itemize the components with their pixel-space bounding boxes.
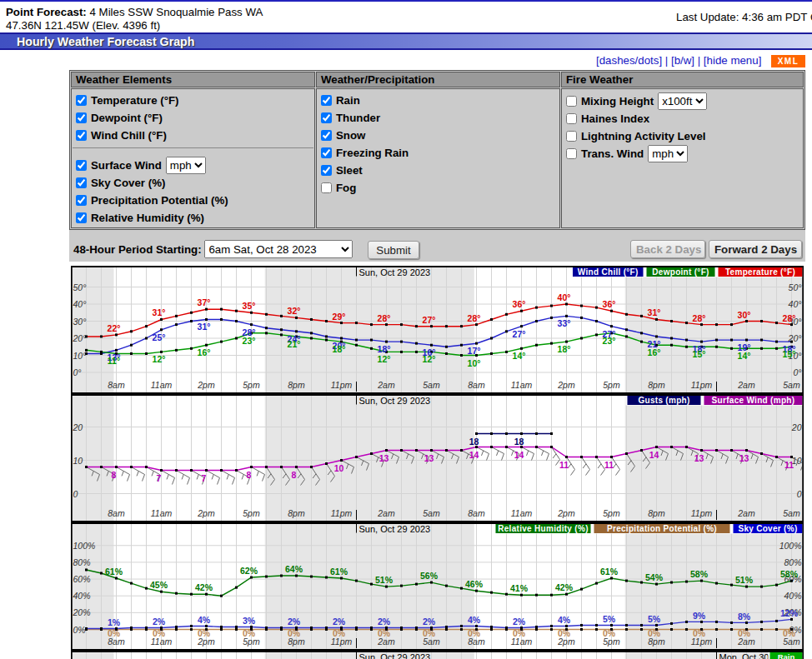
svg-text:32°: 32° (288, 306, 301, 316)
svg-text:30°: 30° (738, 310, 751, 320)
svg-text:16°: 16° (198, 347, 211, 357)
svg-text:5%: 5% (603, 614, 616, 624)
svg-text:30°: 30° (73, 317, 87, 327)
svg-text:28°: 28° (468, 313, 481, 323)
svg-text:46%: 46% (465, 579, 484, 589)
svg-text:14: 14 (469, 450, 479, 460)
svg-text:9%: 9% (693, 611, 706, 621)
svg-text:18°: 18° (333, 344, 346, 354)
svg-text:18°: 18° (378, 344, 391, 354)
svg-text:16°: 16° (648, 347, 661, 357)
svg-text:Surface Wind (mph): Surface Wind (mph) (712, 396, 795, 405)
svg-text:14: 14 (649, 450, 659, 460)
svg-text:11am: 11am (511, 380, 533, 390)
svg-text:2%: 2% (513, 617, 526, 627)
svg-text:41%: 41% (510, 583, 529, 593)
svg-text:Precipitation Potential (%): Precipitation Potential (%) (607, 524, 717, 533)
svg-text:10°: 10° (73, 351, 87, 361)
svg-text:Dewpoint (°F): Dewpoint (°F) (652, 267, 709, 277)
svg-text:11pm: 11pm (331, 380, 353, 390)
svg-text:12°: 12° (423, 354, 436, 364)
svg-text:8am: 8am (108, 380, 125, 390)
svg-text:18: 18 (514, 437, 524, 447)
svg-text:Sun, Oct 29 2023: Sun, Oct 29 2023 (359, 267, 431, 277)
svg-text:8am: 8am (468, 380, 485, 390)
svg-text:8pm: 8pm (288, 508, 305, 518)
svg-text:0: 0 (797, 489, 802, 499)
svg-text:2am: 2am (737, 380, 755, 390)
svg-text:0%: 0% (73, 625, 86, 635)
svg-text:25°: 25° (153, 332, 166, 342)
svg-text:2%: 2% (288, 617, 301, 627)
svg-text:58%: 58% (780, 569, 799, 579)
svg-text:5am: 5am (783, 637, 800, 647)
svg-text:Rain: Rain (778, 652, 795, 659)
svg-text:8pm: 8pm (648, 380, 665, 390)
svg-text:8am: 8am (468, 637, 485, 647)
svg-text:Sun, Oct 29 2023: Sun, Oct 29 2023 (359, 396, 431, 406)
svg-text:20: 20 (73, 422, 83, 432)
svg-text:5pm: 5pm (603, 637, 620, 647)
svg-text:42%: 42% (555, 582, 574, 592)
svg-text:42%: 42% (195, 582, 213, 592)
svg-text:11pm: 11pm (691, 380, 713, 390)
svg-text:12°: 12° (378, 354, 391, 364)
svg-text:Gusts (mph): Gusts (mph) (638, 396, 689, 405)
svg-text:35°: 35° (243, 301, 256, 311)
svg-text:8%: 8% (738, 612, 751, 622)
svg-text:28°: 28° (693, 313, 706, 323)
svg-text:8: 8 (292, 470, 297, 480)
svg-text:13: 13 (424, 453, 434, 463)
svg-text:2%: 2% (153, 617, 166, 627)
svg-text:40°: 40° (789, 299, 802, 309)
svg-text:7: 7 (202, 473, 207, 483)
svg-text:60%: 60% (73, 574, 91, 584)
svg-text:13: 13 (379, 453, 389, 463)
svg-text:28°: 28° (378, 313, 391, 323)
svg-text:2pm: 2pm (197, 380, 215, 390)
svg-text:2pm: 2pm (197, 637, 215, 647)
svg-text:29°: 29° (333, 312, 346, 322)
svg-text:8pm: 8pm (288, 637, 305, 647)
svg-text:5pm: 5pm (603, 380, 620, 390)
svg-text:40°: 40° (558, 292, 571, 302)
svg-text:2pm: 2pm (557, 637, 575, 647)
svg-text:62%: 62% (240, 566, 258, 576)
svg-text:0°: 0° (73, 367, 82, 377)
svg-text:5pm: 5pm (243, 508, 260, 518)
svg-text:40°: 40° (73, 299, 87, 309)
svg-text:12%: 12% (780, 608, 799, 618)
svg-text:36°: 36° (513, 299, 526, 309)
svg-text:27°: 27° (513, 329, 526, 339)
svg-text:51%: 51% (375, 575, 393, 585)
svg-text:0°: 0° (793, 367, 801, 377)
svg-text:64%: 64% (285, 564, 303, 574)
svg-text:4%: 4% (558, 615, 571, 625)
svg-text:50°: 50° (73, 282, 87, 292)
svg-text:8pm: 8pm (648, 508, 665, 518)
svg-text:23°: 23° (243, 336, 256, 346)
svg-text:58%: 58% (690, 569, 709, 579)
svg-text:8am: 8am (108, 508, 125, 518)
svg-text:14°: 14° (738, 351, 751, 361)
svg-text:Wind Chill (°F): Wind Chill (°F) (578, 267, 639, 277)
svg-text:11am: 11am (151, 508, 173, 518)
svg-text:37°: 37° (198, 297, 211, 307)
svg-text:10°: 10° (468, 358, 481, 368)
svg-text:2am: 2am (377, 637, 395, 647)
svg-text:11pm: 11pm (691, 637, 713, 647)
svg-text:51%: 51% (735, 575, 754, 585)
svg-text:8pm: 8pm (648, 637, 665, 647)
svg-text:11am: 11am (511, 637, 533, 647)
svg-text:5am: 5am (783, 508, 800, 518)
svg-text:28°: 28° (783, 313, 796, 323)
svg-text:11am: 11am (151, 380, 173, 390)
svg-text:8am: 8am (108, 637, 125, 647)
svg-text:2%: 2% (378, 617, 391, 627)
svg-text:14: 14 (514, 450, 524, 460)
svg-text:20%: 20% (73, 607, 91, 617)
svg-text:1%: 1% (108, 617, 121, 627)
svg-text:100%: 100% (779, 541, 802, 551)
svg-text:11: 11 (784, 460, 794, 470)
svg-text:12°: 12° (153, 354, 166, 364)
